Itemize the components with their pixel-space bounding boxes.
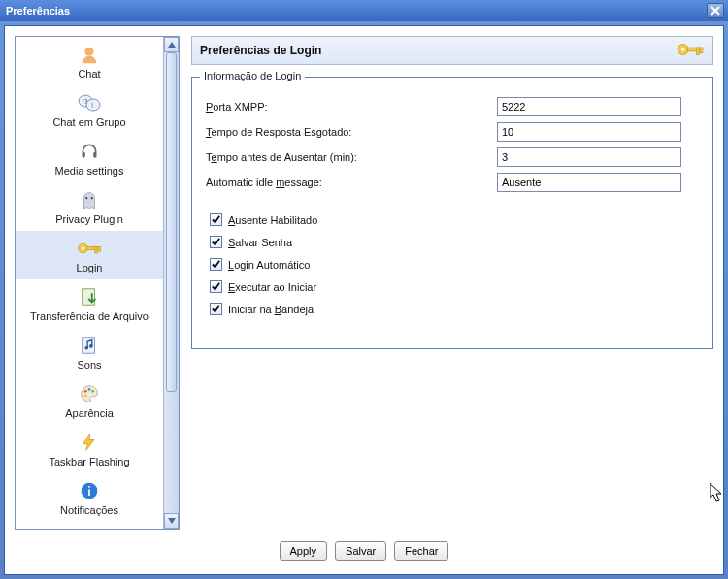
close-button[interactable]: Fechar bbox=[394, 541, 448, 561]
content-area: Chat ?! Chat em Grupo Media settings bbox=[15, 36, 713, 530]
label-timeout: Tempo de Resposta Esgotado: bbox=[206, 126, 497, 138]
scroll-up-button[interactable] bbox=[164, 37, 179, 52]
svg-point-8 bbox=[91, 197, 93, 199]
group-chat-icon: ?! bbox=[76, 91, 103, 114]
file-transfer-icon bbox=[76, 285, 103, 308]
ghost-icon bbox=[76, 188, 103, 211]
svg-rect-24 bbox=[88, 486, 90, 488]
check-label: Login Automático bbox=[228, 259, 310, 271]
sidebar-item-transfer[interactable]: Transferência de Arquivo bbox=[16, 279, 163, 328]
main-panel: Preferências de Login Informação de Logi… bbox=[191, 36, 713, 530]
check-label: Salvar Senha bbox=[228, 237, 292, 248]
sidebar-item-media[interactable]: Media settings bbox=[16, 134, 163, 182]
sidebar-item-chat[interactable]: Chat bbox=[16, 37, 163, 85]
button-row: Apply Salvar Fechar bbox=[15, 530, 713, 564]
checkbox-icon bbox=[210, 236, 222, 248]
login-info-fieldset: Informação de Login Porta XMPP: Tempo de… bbox=[191, 77, 713, 349]
fieldset-legend: Informação de Login bbox=[200, 70, 305, 81]
palette-icon bbox=[76, 382, 103, 405]
sidebar-item-sounds[interactable]: Sons bbox=[16, 328, 163, 376]
sidebar-item-appearance[interactable]: Aparência bbox=[16, 376, 163, 425]
panel-header: Preferências de Login bbox=[191, 36, 713, 65]
sidebar-item-label: Chat bbox=[78, 68, 100, 80]
svg-rect-15 bbox=[83, 338, 95, 354]
save-button[interactable]: Salvar bbox=[335, 541, 386, 561]
chat-icon bbox=[76, 43, 103, 66]
svg-point-10 bbox=[82, 246, 84, 249]
sidebar-scrollbar[interactable] bbox=[163, 37, 179, 529]
scroll-down-button[interactable] bbox=[164, 513, 179, 529]
window-body: Chat ?! Chat em Grupo Media settings bbox=[4, 25, 724, 575]
sidebar-item-login[interactable]: Login bbox=[16, 231, 163, 279]
titlebar[interactable]: Preferências bbox=[0, 0, 728, 21]
check-label: Ausente Habilitado bbox=[228, 214, 317, 226]
sidebar-item-taskbar[interactable]: Taskbar Flashing bbox=[16, 425, 163, 473]
sidebar-container: Chat ?! Chat em Grupo Media settings bbox=[15, 36, 180, 530]
checkbox-icon bbox=[210, 258, 222, 271]
svg-text:!: ! bbox=[91, 101, 93, 110]
sidebar-item-label: Aparência bbox=[65, 407, 114, 419]
scroll-thumb[interactable] bbox=[166, 52, 177, 392]
window-close-button[interactable] bbox=[707, 3, 724, 18]
row-idle-message: Automatic idle message: bbox=[206, 173, 699, 192]
sound-icon bbox=[76, 334, 103, 357]
check-auto-login[interactable]: Login Automático bbox=[210, 258, 699, 271]
svg-text:?: ? bbox=[83, 97, 88, 106]
preferences-window: Preferências Chat bbox=[0, 0, 728, 579]
input-timeout[interactable] bbox=[497, 122, 681, 142]
input-port[interactable] bbox=[497, 97, 681, 116]
label-idle: Tempo antes de Ausentar (min): bbox=[206, 151, 497, 163]
row-timeout: Tempo de Resposta Esgotado: bbox=[206, 122, 699, 142]
panel-title: Preferências de Login bbox=[200, 44, 321, 57]
check-save-password[interactable]: Salvar Senha bbox=[210, 236, 699, 248]
svg-point-16 bbox=[84, 346, 88, 350]
sidebar: Chat ?! Chat em Grupo Media settings bbox=[16, 37, 163, 529]
sidebar-item-label: Notificações bbox=[60, 504, 118, 516]
headset-icon bbox=[76, 140, 103, 163]
checkbox-icon bbox=[210, 213, 222, 226]
window-title: Preferências bbox=[6, 5, 707, 16]
sidebar-item-label: Privacy Plugin bbox=[55, 213, 123, 225]
key-icon bbox=[676, 39, 705, 63]
svg-point-7 bbox=[85, 197, 87, 199]
sidebar-item-label: Chat em Grupo bbox=[52, 116, 125, 128]
apply-button[interactable]: Apply bbox=[280, 541, 328, 561]
svg-rect-29 bbox=[700, 48, 703, 53]
check-label: Executar ao Iniciar bbox=[228, 281, 316, 293]
sidebar-item-group-chat[interactable]: ?! Chat em Grupo bbox=[16, 85, 163, 134]
label-idle-message: Automatic idle message: bbox=[206, 177, 497, 188]
check-run-startup[interactable]: Executar ao Iniciar bbox=[210, 280, 699, 293]
input-idle-message[interactable] bbox=[497, 173, 681, 192]
svg-point-19 bbox=[88, 388, 91, 391]
sidebar-item-label: Transferência de Arquivo bbox=[30, 310, 149, 322]
label-port: Porta XMPP: bbox=[206, 101, 497, 113]
sidebar-item-label: Sons bbox=[77, 359, 101, 370]
check-away-enabled[interactable]: Ausente Habilitado bbox=[210, 213, 699, 226]
svg-rect-6 bbox=[93, 152, 96, 158]
svg-point-21 bbox=[84, 394, 87, 397]
check-label: Iniciar na Bandeja bbox=[228, 304, 314, 315]
checkbox-icon bbox=[210, 303, 222, 315]
sidebar-item-notifications[interactable]: Notificações bbox=[16, 473, 163, 522]
sidebar-item-label: Media settings bbox=[55, 165, 124, 177]
svg-point-20 bbox=[91, 390, 94, 393]
input-idle[interactable] bbox=[497, 147, 681, 167]
svg-rect-13 bbox=[98, 246, 100, 251]
svg-point-17 bbox=[89, 344, 93, 348]
svg-point-18 bbox=[84, 390, 87, 393]
row-port: Porta XMPP: bbox=[206, 97, 699, 116]
svg-rect-5 bbox=[83, 152, 85, 158]
svg-point-26 bbox=[681, 48, 685, 51]
check-start-tray[interactable]: Iniciar na Bandeja bbox=[210, 303, 699, 315]
svg-rect-12 bbox=[95, 246, 97, 253]
svg-point-0 bbox=[84, 48, 93, 56]
sidebar-item-label: Login bbox=[77, 262, 103, 273]
flash-icon bbox=[76, 431, 103, 454]
sidebar-item-privacy[interactable]: Privacy Plugin bbox=[16, 182, 163, 231]
info-icon bbox=[76, 479, 103, 502]
row-idle: Tempo antes de Ausentar (min): bbox=[206, 147, 699, 167]
svg-rect-28 bbox=[696, 48, 699, 54]
sidebar-item-label: Taskbar Flashing bbox=[49, 456, 129, 467]
checkbox-icon bbox=[210, 280, 222, 293]
close-icon bbox=[711, 6, 720, 16]
